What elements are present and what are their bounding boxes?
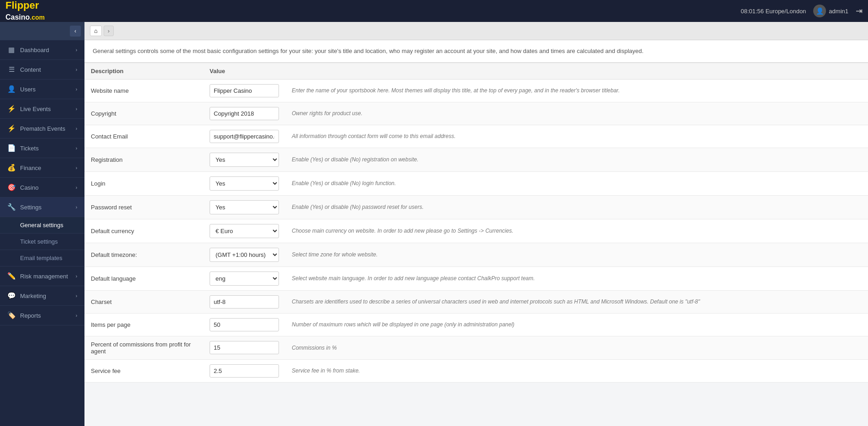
sidebar-item-label: Tickets — [20, 145, 39, 152]
setting-description: Registration — [84, 148, 203, 171]
intro-text: General settings controls some of the mo… — [93, 48, 643, 54]
setting-input[interactable] — [210, 364, 279, 378]
setting-description: Default language — [84, 266, 203, 290]
prematch-icon: ⚡ — [7, 124, 16, 133]
settings-intro: General settings controls some of the mo… — [84, 40, 868, 63]
arrow-icon: › — [76, 126, 77, 131]
setting-description: Password reset — [84, 195, 203, 219]
sidebar-item-label: Users — [20, 86, 36, 93]
sidebar: ‹ ▦ Dashboard › ☰ Content › 👤 Users › — [0, 22, 84, 426]
col-value: Value — [203, 63, 285, 79]
arrow-icon: › — [76, 67, 77, 72]
live-events-icon: ⚡ — [7, 105, 16, 113]
sidebar-item-label: Reports — [20, 312, 41, 319]
arrow-icon: › — [76, 106, 77, 112]
content-area: ⌂ › General settings controls some of th… — [84, 22, 868, 426]
sidebar-item-settings[interactable]: 🔧 Settings › — [0, 197, 84, 217]
table-row: Default languageengdefresSelect website … — [84, 266, 868, 290]
sidebar-item-label: Settings — [20, 204, 42, 211]
setting-description: Copyright — [84, 102, 203, 125]
settings-content: General settings controls some of the mo… — [84, 40, 868, 383]
sidebar-item-casino[interactable]: 🎯 Casino › — [0, 178, 84, 197]
sidebar-item-dashboard[interactable]: ▦ Dashboard › — [0, 40, 84, 60]
setting-hint: Number of maximum rows which will be dis… — [285, 313, 868, 336]
setting-hint: Enable (Yes) or disable (No) login funct… — [285, 171, 868, 195]
dashboard-icon: ▦ — [7, 46, 16, 54]
setting-value-cell — [203, 102, 285, 125]
sidebar-sub-ticket-settings[interactable]: Ticket settings — [0, 234, 84, 250]
setting-input[interactable] — [210, 84, 279, 97]
sidebar-item-users[interactable]: 👤 Users › — [0, 80, 84, 99]
setting-description: Items per page — [84, 313, 203, 336]
breadcrumb-next-button[interactable]: › — [104, 26, 114, 36]
setting-select[interactable]: YesNo — [210, 176, 279, 191]
setting-select[interactable]: (GMT +1:00 hours) CET(Cent(GMT +0:00 hou… — [210, 248, 279, 262]
setting-description: Default currency — [84, 219, 203, 243]
setting-value-cell: YesNo — [203, 148, 285, 171]
sidebar-item-risk-management[interactable]: ✏️ Risk management › — [0, 266, 84, 286]
sidebar-item-marketing[interactable]: 💬 Marketing › — [0, 286, 84, 306]
sidebar-item-label: Casino — [20, 184, 38, 191]
logout-icon[interactable]: ⇥ — [856, 6, 863, 16]
sidebar-item-label: Finance — [20, 165, 41, 171]
sub-item-label: General settings — [20, 222, 63, 229]
table-row: Password resetYesNoEnable (Yes) or disab… — [84, 195, 868, 219]
setting-value-cell: (GMT +1:00 hours) CET(Cent(GMT +0:00 hou… — [203, 243, 285, 266]
setting-value-cell: YesNo — [203, 195, 285, 219]
setting-value-cell — [203, 336, 285, 359]
main-layout: ‹ ▦ Dashboard › ☰ Content › 👤 Users › — [0, 22, 868, 426]
sidebar-item-finance[interactable]: 💰 Finance › — [0, 158, 84, 178]
sidebar-item-label: Risk management — [20, 273, 68, 280]
setting-value-cell: engdefres — [203, 266, 285, 290]
setting-select[interactable]: € Euro$ Dollar£ Pound — [210, 224, 279, 238]
table-row: RegistrationYesNoEnable (Yes) or disable… — [84, 148, 868, 171]
arrow-icon: › — [76, 87, 77, 92]
sidebar-item-reports[interactable]: 🏷️ Reports › — [0, 306, 84, 325]
table-row: Website nameEnter the name of your sport… — [84, 79, 868, 102]
table-row: Contact EmailAll information through con… — [84, 125, 868, 148]
header-username: admin1 — [829, 8, 848, 15]
setting-input[interactable] — [210, 130, 279, 143]
setting-select[interactable]: YesNo — [210, 200, 279, 214]
sidebar-item-label: Content — [20, 66, 41, 73]
arrow-icon: › — [76, 293, 77, 298]
sidebar-toggle: ‹ — [0, 22, 84, 40]
setting-hint: Select time zone for whole website. — [285, 243, 868, 266]
setting-description: Website name — [84, 79, 203, 102]
setting-description: Percent of commissions from profit for a… — [84, 336, 203, 359]
col-hint — [285, 63, 868, 79]
setting-input[interactable] — [210, 318, 279, 331]
arrow-icon: › — [76, 165, 77, 170]
arrow-icon: › — [76, 146, 77, 151]
setting-description: Contact Email — [84, 125, 203, 148]
setting-input[interactable] — [210, 341, 279, 354]
table-row: Items per pageNumber of maximum rows whi… — [84, 313, 868, 336]
setting-input[interactable] — [210, 107, 279, 120]
sidebar-item-content[interactable]: ☰ Content › — [0, 60, 84, 80]
sidebar-collapse-button[interactable]: ‹ — [70, 26, 81, 37]
arrow-icon: › — [76, 313, 77, 318]
setting-select[interactable]: engdefres — [210, 272, 279, 286]
setting-hint: Choose main currency on website. In orde… — [285, 219, 868, 243]
sub-item-label: Ticket settings — [20, 238, 58, 245]
setting-value-cell: YesNo — [203, 171, 285, 195]
sidebar-item-live-events[interactable]: ⚡ Live Events › — [0, 99, 84, 119]
setting-description: Login — [84, 171, 203, 195]
sidebar-item-tickets[interactable]: 📄 Tickets › — [0, 138, 84, 158]
setting-hint: Enable (Yes) or disable (No) password re… — [285, 195, 868, 219]
tickets-icon: 📄 — [7, 144, 16, 152]
setting-select[interactable]: YesNo — [210, 153, 279, 167]
breadcrumb-home-button[interactable]: ⌂ — [90, 26, 102, 36]
sidebar-sub-general-settings[interactable]: General settings — [0, 217, 84, 234]
sidebar-item-prematch-events[interactable]: ⚡ Prematch Events › — [0, 119, 84, 138]
setting-description: Service fee — [84, 359, 203, 382]
reports-icon: 🏷️ — [7, 311, 16, 320]
content-icon: ☰ — [7, 65, 16, 74]
setting-hint: Select website main language. In order t… — [285, 266, 868, 290]
sidebar-sub-email-templates[interactable]: Email templates — [0, 250, 84, 266]
header-time: 08:01:56 Europe/London — [741, 8, 806, 15]
setting-input[interactable] — [210, 295, 279, 309]
table-row: CopyrightOwner rights for product use. — [84, 102, 868, 125]
setting-value-cell — [203, 359, 285, 382]
arrow-icon: › — [76, 185, 77, 190]
